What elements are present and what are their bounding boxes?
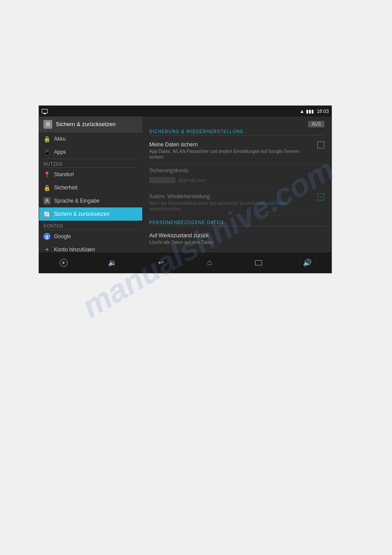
tablet-icon (42, 109, 48, 113)
battery-nav-icon: 🔒 (43, 135, 50, 142)
apps-nav-icon: 📱 (43, 149, 50, 156)
screenshot-icon: ◉ (60, 259, 68, 267)
device-screen: ▲ ▮▮▮ 18:03 ⚙ Sichern & zurücksetzen 🔒 A… (39, 105, 332, 273)
sidebar-item-google-label: Google (54, 233, 71, 239)
language-icon: A (43, 197, 50, 204)
sicherung-section-title: SICHERUNG & WIEDERHERSTELLUNG (149, 129, 324, 135)
home-icon: ⌂ (207, 258, 212, 267)
setting-row-meine-daten: Meine Daten sichern App-Daten, WLAN-Pass… (149, 138, 324, 164)
sidebar-item-sichern-label: Sichern & zurücksetzen (54, 211, 109, 217)
werkszustand-desc: Löscht alle Daten auf dem Tablet (149, 239, 324, 245)
google-icon: g (43, 233, 50, 240)
sidebar-item-standort-label: Standort (54, 171, 74, 178)
setting-row-autom: Autom. Wiederherstellung Nach der Neuins… (149, 190, 324, 216)
sidebar-item-apps-label: Apps (54, 149, 66, 155)
sidebar-item-konto-hinzufuegen[interactable]: + Konto hinzufügen (39, 243, 142, 252)
sidebar-item-google[interactable]: g Google (39, 230, 142, 243)
meine-daten-title: Meine Daten sichern (149, 141, 314, 148)
sidebar: ⚙ Sichern & zurücksetzen 🔒 Akku 📱 Apps N… (39, 116, 142, 252)
account-email: @gmail.com (178, 178, 205, 183)
autom-control[interactable] (317, 193, 324, 200)
volume-down-icon: 🔉 (108, 258, 117, 267)
autom-desc: Nach der Neuinstallation einer App gesic… (149, 200, 314, 212)
werkszustand-title: Auf Werkszustand zurück (149, 232, 324, 239)
werkszustand-text: Auf Werkszustand zurück Löscht alle Date… (149, 232, 324, 245)
right-panel: AUS SICHERUNG & WIEDERHERSTELLUNG Meine … (142, 116, 331, 252)
account-field: @gmail.com (149, 174, 324, 186)
aus-button[interactable]: AUS (308, 121, 324, 127)
status-bar: ▲ ▮▮▮ 18:03 (39, 106, 331, 116)
recents-button[interactable] (250, 254, 267, 272)
autom-text: Autom. Wiederherstellung Nach der Neuins… (149, 193, 314, 212)
status-bar-right: ▲ ▮▮▮ 18:03 (300, 109, 329, 114)
setting-row-werkszustand[interactable]: Auf Werkszustand zurück Löscht alle Date… (149, 229, 324, 249)
personen-section-title: PERSONENBEZOGENE DATEN (149, 220, 324, 226)
recents-icon (255, 260, 262, 265)
time-display: 18:03 (316, 109, 329, 114)
location-icon: 📍 (43, 171, 50, 178)
sidebar-item-konto-label: Konto hinzufügen (54, 247, 95, 252)
wifi-icon: ▲ (300, 109, 305, 114)
sicherungskonto-text: Sicherungskonto @gmail.com (149, 167, 324, 186)
volume-down-button[interactable]: 🔉 (104, 254, 121, 272)
konten-section-label: KONTEN (39, 221, 142, 229)
sidebar-header: ⚙ Sichern & zurücksetzen (39, 116, 142, 132)
sidebar-item-akku-label: Akku (54, 136, 66, 142)
meine-daten-desc: App-Daten, WLAN-Passwörter und andere Ei… (149, 149, 314, 160)
sidebar-item-akku[interactable]: 🔒 Akku (39, 132, 142, 145)
main-content: ⚙ Sichern & zurücksetzen 🔒 Akku 📱 Apps N… (39, 116, 331, 252)
sicherungskonto-title: Sicherungskonto (149, 167, 324, 174)
sidebar-item-sicherheit[interactable]: 🔒 Sicherheit (39, 181, 142, 194)
sidebar-header-title: Sichern & zurücksetzen (56, 121, 116, 127)
sidebar-item-sicherheit-label: Sicherheit (54, 185, 77, 191)
sidebar-item-standort[interactable]: 📍 Standort (39, 168, 142, 181)
meine-daten-control[interactable] (317, 141, 324, 149)
sidebar-item-sichern[interactable]: 🔄 Sichern & zurücksetzen (39, 207, 142, 221)
sidebar-item-sprache[interactable]: A Sprache & Eingabe (39, 194, 142, 207)
nav-bar: ◉ 🔉 ↩ ⌂ 🔊 (39, 252, 331, 273)
back-icon: ↩ (158, 258, 164, 267)
autom-checkbox[interactable] (317, 193, 324, 200)
home-button[interactable]: ⌂ (201, 254, 219, 272)
battery-icon: ▮▮▮ (306, 109, 314, 114)
back-button[interactable]: ↩ (152, 254, 170, 272)
status-bar-left (42, 109, 48, 113)
backup-icon: 🔄 (43, 210, 50, 218)
nutzer-section-label: NUTZER (39, 159, 142, 167)
security-icon: 🔒 (43, 184, 50, 191)
autom-desc-link: und Daten (267, 201, 288, 206)
volume-up-button[interactable]: 🔊 (298, 254, 316, 272)
autom-title: Autom. Wiederherstellung (149, 193, 314, 200)
account-bar (149, 177, 176, 183)
meine-daten-checkbox[interactable] (317, 141, 324, 149)
sidebar-item-apps[interactable]: 📱 Apps (39, 145, 142, 159)
volume-up-icon: 🔊 (303, 258, 312, 267)
settings-icon: ⚙ (43, 120, 52, 129)
screenshot-button[interactable]: ◉ (55, 254, 72, 272)
sidebar-item-sprache-label: Sprache & Eingabe (54, 198, 99, 204)
setting-row-sicherungskonto: Sicherungskonto @gmail.com (149, 164, 324, 190)
meine-daten-text: Meine Daten sichern App-Daten, WLAN-Pass… (149, 141, 314, 160)
add-account-icon: + (43, 246, 50, 252)
